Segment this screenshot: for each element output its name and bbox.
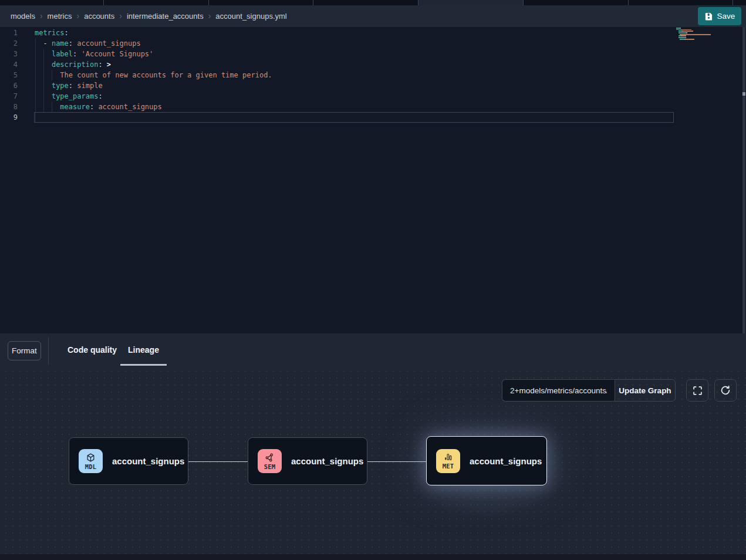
code-text: type: simple [23,80,103,91]
line-number: 7 [0,91,23,102]
line-number: 4 [0,59,23,70]
node-type-badge: SEM [258,449,282,473]
tab-separator [313,0,313,5]
lineage-node-sem[interactable]: SEMaccount_signups [248,437,367,485]
lineage-edge [367,461,427,462]
breadcrumb-item[interactable]: accounts [84,12,114,21]
tab-separator [208,0,209,5]
refresh-icon [720,385,731,396]
node-type-badge: MDL [79,449,103,473]
lineage-node-met[interactable]: METaccount_signups [426,436,547,485]
code-line[interactable]: 7 type_params: [0,91,681,102]
breadcrumb: models›metrics›accounts›intermediate_acc… [11,5,287,27]
breadcrumb-chevron-icon: › [76,12,79,20]
breadcrumb-item[interactable]: intermediate_accounts [127,12,204,21]
format-button[interactable]: Format [8,341,41,360]
breadcrumb-chevron-icon: › [119,12,122,20]
code-line[interactable]: 5 The count of new accounts for a given … [0,70,681,80]
tab-separator [523,0,524,5]
tab-lineage[interactable]: Lineage [120,345,167,355]
node-type-label: MDL [85,463,97,470]
node-label: account_signups [112,456,184,466]
node-type-badge: MET [436,449,460,473]
save-button-label: Save [717,12,735,21]
current-line-highlight [34,112,674,123]
editor-scrollbar[interactable] [742,27,745,333]
lineage-node-mdl[interactable]: MDLaccount_signups [69,437,188,485]
minimap[interactable] [676,28,722,42]
tab-separator [103,0,104,5]
code-text: metrics: [23,28,69,38]
lineage-selector-group: Update Graph [502,379,676,402]
lineage-selector-input[interactable] [502,379,615,402]
tab-code-quality[interactable]: Code quality [67,345,117,355]
code-line[interactable]: 1metrics: [0,28,681,38]
breadcrumb-chevron-icon: › [40,12,43,20]
line-number: 8 [0,102,23,112]
tab-separator [418,0,418,5]
network-icon [265,453,275,463]
cube-icon [86,453,96,463]
code-text: type_params: [23,91,103,102]
node-type-label: SEM [264,463,276,470]
breadcrumb-item[interactable]: account_signups.yml [215,12,286,21]
breadcrumb-chevron-icon: › [208,12,211,20]
fullscreen-icon [693,386,703,396]
fullscreen-button[interactable] [686,379,708,402]
active-file-tab[interactable] [418,0,523,5]
refresh-button[interactable] [714,379,737,402]
ide-screen: models›metrics›accounts›intermediate_acc… [0,0,746,560]
editor-scrollbar-marker [742,92,745,96]
active-tab-underline [120,364,167,366]
node-label: account_signups [291,456,363,466]
line-number: 5 [0,70,23,80]
code-text: description: > [23,59,111,70]
line-number: 1 [0,28,23,38]
code-line[interactable]: 4 description: > [0,59,681,70]
code-text: - name: account_signups [23,38,141,49]
save-button[interactable]: Save [698,7,741,25]
code-editor[interactable]: 1metrics:2 - name: account_signups3 labe… [0,27,746,333]
code-text [23,112,35,123]
line-number: 6 [0,80,23,91]
line-number: 2 [0,38,23,49]
panel-bottom-strip [0,554,746,560]
save-icon [704,12,713,21]
tab-separator [628,0,629,5]
breadcrumb-item[interactable]: metrics [48,12,72,21]
update-graph-button[interactable]: Update Graph [615,379,676,402]
file-tab-strip[interactable] [0,0,746,5]
node-label: account_signups [470,456,542,466]
line-number: 9 [0,112,23,123]
node-type-label: MET [443,463,454,470]
tab-separator [733,0,733,5]
code-line[interactable]: 6 type: simple [0,80,681,91]
code-text: measure: account_signups [23,102,162,112]
bottom-panel-header: Format Code quality Lineage [0,333,746,371]
breadcrumb-item[interactable]: models [11,12,35,21]
divider [48,338,49,365]
code-line[interactable]: 2 - name: account_signups [0,38,681,49]
bar-chart-icon [443,452,453,462]
code-line[interactable]: 3 label: 'Account Signups' [0,49,681,59]
lineage-graph-panel[interactable]: Update Graph MDLaccount_signu [0,371,746,560]
breadcrumb-bar: models›metrics›accounts›intermediate_acc… [0,5,746,27]
code-line[interactable]: 8 measure: account_signups [0,102,681,112]
code-text: The count of new accounts for a given ti… [23,70,272,80]
lineage-edge [188,461,248,462]
code-text: label: 'Account Signups' [23,49,153,59]
line-number: 3 [0,49,23,59]
